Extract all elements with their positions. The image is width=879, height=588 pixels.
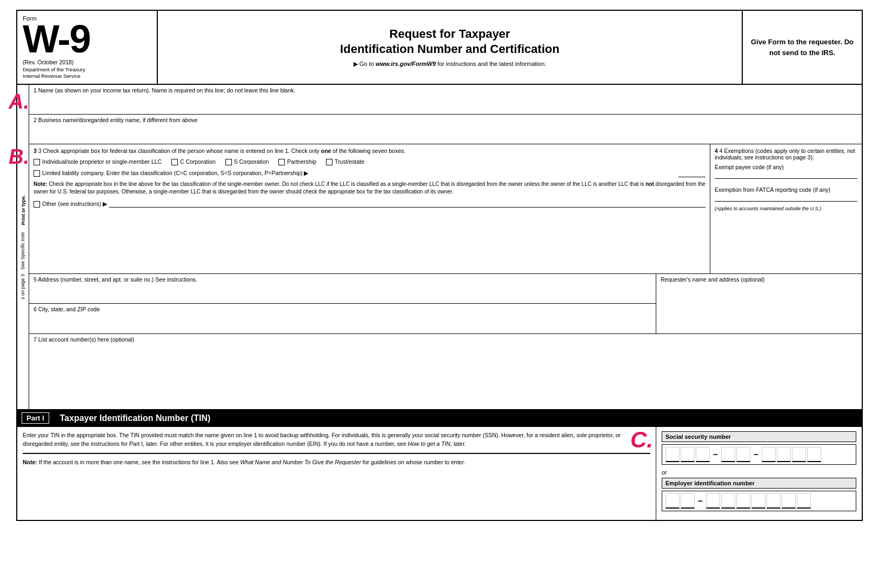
cb-ccorp-box[interactable] [171,159,178,165]
dept2: Internal Revenue Service [23,73,151,79]
requester-box: Requester's name and address (optional) [656,274,862,333]
ssn-cell-9[interactable] [807,447,821,462]
header-title2: Identification Number and Certification [340,42,560,56]
row-5-6: 5 Address (number, street, and apt. or s… [29,274,656,333]
ein-cell-8[interactable] [782,493,796,509]
part1-body: Enter your TIN in the appropriate box. T… [16,427,863,521]
or-text: or [662,469,856,476]
other-label: Other (see instructions) ▶ [42,201,107,207]
ein-cell-2[interactable] [681,493,695,509]
ein-cell-4[interactable] [721,493,735,509]
ein-group2 [706,493,811,509]
field2-label: 2 Business name/disregarded entity name,… [34,117,857,123]
ein-cell-3[interactable] [706,493,720,509]
ein-cell-6[interactable] [751,493,765,509]
give-form-text: Give Form to the requester. Do not send … [749,37,855,58]
ssn-cell-6[interactable] [762,447,776,462]
ssn-cell-3[interactable] [696,447,710,462]
side-page: s on page 3 [20,274,26,299]
annotation-a: A. [9,90,29,113]
ein-boxes: – [662,491,856,511]
field7-label: 7 List account number(s) here (optional) [34,336,857,343]
field2-input[interactable] [34,124,857,135]
other-row: Other (see instructions) ▶ [34,200,705,208]
annotation-b: B. [9,145,29,169]
ssn-dash2: – [753,450,760,459]
field-row-1: A. 1 Name (as shown on your income tax r… [29,85,862,115]
ssn-group2 [721,447,750,462]
part1-title: Taxpayer Identification Number (TIN) [60,413,211,423]
ein-label: Employer identification number [662,478,856,489]
ein-dash1: – [697,496,704,506]
fatca-note: (Applies to accounts maintained outside … [715,206,857,212]
form-rev: (Rev. October 2018) [23,59,151,65]
ein-cell-1[interactable] [665,493,680,509]
cb-ccorp-label: C Corporation [180,158,215,165]
field3-label: 3 3 Check appropriate box for federal ta… [34,148,705,154]
field5-input[interactable] [34,284,651,295]
row-5-6-req: 5 Address (number, street, and apt. or s… [29,274,862,334]
cb-individual-label: Individual/sole proprietor or single-mem… [42,158,162,165]
llc-classification-input[interactable] [678,170,705,177]
cb-scorp[interactable]: S Corporation [225,158,269,165]
cb-individual-box[interactable] [34,159,40,165]
ssn-cell-5[interactable] [736,447,750,462]
ein-cell-7[interactable] [767,493,781,509]
ein-group1 [665,493,695,509]
ein-section: Employer identification number – [662,478,856,511]
cb-partnership[interactable]: Partnership [278,158,316,165]
field7-input[interactable] [34,344,857,355]
requester-label: Requester's name and address (optional) [661,276,857,283]
fatca-label: Exemption from FATCA reporting code (if … [715,186,857,193]
cb-ccorp[interactable]: C Corporation [171,158,215,165]
cb-llc-box[interactable] [34,170,40,177]
side-label: Print or type. See Specific Instr s on p… [17,85,29,409]
form-name: W-9 [23,22,151,57]
ssn-cell-8[interactable] [792,447,806,462]
field-row-4: 4 4 Exemptions (codes apply only to cert… [710,144,862,273]
field-row-2: 2 Business name/disregarded entity name,… [29,115,862,144]
cb-trust-label: Trust/estate [335,158,364,165]
dept1: Department of the Treasury [23,66,151,73]
exempt-input[interactable] [715,171,857,179]
field6-input[interactable] [34,313,651,324]
cb-individual[interactable]: Individual/sole proprietor or single-mem… [34,158,162,165]
llc-text: Limited liability company. Enter the tax… [42,170,676,176]
field-row-5: 5 Address (number, street, and apt. or s… [29,274,656,304]
ssn-cell-1[interactable] [665,447,680,462]
part1-instructions: Enter your TIN in the appropriate box. T… [17,427,656,520]
ein-cell-5[interactable] [736,493,750,509]
ssn-dash1: – [712,450,719,459]
ssn-cell-7[interactable] [777,447,791,462]
ssn-group1 [665,447,710,462]
cb-scorp-label: S Corporation [234,158,269,165]
cb-trust[interactable]: Trust/estate [326,158,364,165]
ssn-cell-2[interactable] [681,447,695,462]
side-see: See Specific Instr [20,232,26,270]
cb-other-box[interactable] [34,201,40,208]
field5-label: 5 Address (number, street, and apt. or s… [34,276,651,283]
checkboxes-row1: Individual/sole proprietor or single-mem… [34,158,705,165]
note-llc: Note: Check the appropriate box in the l… [34,181,705,196]
row-3-4: B. 3 3 Check appropriate box for federal… [29,144,862,274]
ssn-group3 [762,447,821,462]
exempt-label: Exempt payee code (if any) [715,164,857,170]
field-row-6: 6 City, state, and ZIP code [29,304,656,333]
cb-trust-box[interactable] [326,159,332,165]
cb-scorp-box[interactable] [225,159,232,165]
field4-label: 4 4 Exemptions (codes apply only to cert… [715,148,857,161]
ssn-cell-4[interactable] [721,447,735,462]
header-url: ▶ Go to www.irs.gov/FormW9 for instructi… [354,61,547,68]
ein-cell-9[interactable] [797,493,811,509]
field1-input[interactable] [34,95,857,105]
llc-row: Limited liability company. Enter the tax… [34,170,705,177]
ssn-boxes: – – [662,444,856,465]
part1-right: C. Social security number – – [656,427,862,520]
field-row-3: B. 3 3 Check appropriate box for federal… [29,144,710,273]
header-title1: Request for Taxpayer [389,27,510,41]
ssn-label: Social security number [662,431,856,442]
field6-label: 6 City, state, and ZIP code [34,306,651,312]
fatca-input[interactable] [715,194,857,202]
cb-partnership-label: Partnership [287,158,316,165]
cb-partnership-box[interactable] [278,159,285,165]
